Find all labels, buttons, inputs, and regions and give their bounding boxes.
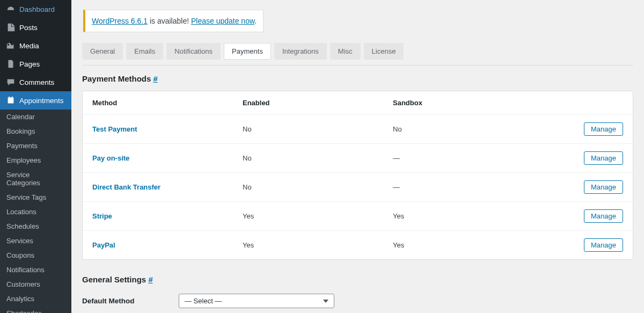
- table-row: PayPalYesYesManage: [83, 230, 633, 259]
- sidebar-item-label: Pages: [19, 60, 40, 68]
- wp-version-link[interactable]: WordPress 6.6.1: [92, 17, 148, 25]
- sandbox-value: No: [393, 125, 575, 133]
- tab-general[interactable]: General: [82, 43, 123, 60]
- submenu-item-analytics[interactable]: Analytics: [0, 292, 71, 306]
- sandbox-value: —: [393, 154, 575, 162]
- table-row: Direct Bank TransferNo—Manage: [83, 172, 633, 201]
- divider: [82, 65, 633, 65]
- submenu-item-bookings[interactable]: Bookings: [0, 124, 71, 139]
- table-row: Pay on-siteNo—Manage: [83, 143, 633, 172]
- sidebar-item-comments[interactable]: Comments: [0, 73, 71, 91]
- manage-button[interactable]: Manage: [584, 180, 623, 194]
- col-sandbox: Sandbox: [393, 99, 575, 107]
- default-method-label: Default Method: [82, 294, 179, 305]
- sandbox-value: Yes: [393, 241, 575, 249]
- sidebar-item-appointments[interactable]: Appointments: [0, 91, 71, 110]
- submenu-item-services[interactable]: Services: [0, 234, 71, 248]
- sidebar-item-dashboard[interactable]: Dashboard: [0, 0, 71, 18]
- submenu-item-schedules[interactable]: Schedules: [0, 219, 71, 234]
- payment-methods-heading: Payment Methods #: [82, 74, 633, 83]
- tab-emails[interactable]: Emails: [126, 43, 163, 60]
- sandbox-value: —: [393, 183, 575, 191]
- sidebar-item-media[interactable]: Media: [0, 37, 71, 55]
- submenu-item-employees[interactable]: Employees: [0, 153, 71, 168]
- submenu-item-service-categories[interactable]: Service Categories: [0, 168, 71, 190]
- sidebar-item-label: Posts: [19, 24, 38, 32]
- anchor-link[interactable]: #: [148, 275, 152, 284]
- manage-button[interactable]: Manage: [584, 122, 623, 136]
- method-link[interactable]: Direct Bank Transfer: [92, 183, 160, 191]
- manage-button[interactable]: Manage: [584, 209, 623, 223]
- update-now-link[interactable]: Please update now: [191, 17, 254, 25]
- table-header: MethodEnabledSandbox: [83, 91, 633, 114]
- enabled-value: No: [243, 183, 393, 191]
- submenu-item-customers[interactable]: Customers: [0, 277, 71, 292]
- submenu-item-coupons[interactable]: Coupons: [0, 248, 71, 263]
- enabled-value: Yes: [243, 212, 393, 220]
- table-row: Test PaymentNoNoManage: [83, 114, 633, 143]
- default-method-select[interactable]: — Select —: [179, 294, 334, 308]
- col-enabled: Enabled: [243, 99, 393, 107]
- method-link[interactable]: PayPal: [92, 241, 115, 249]
- enabled-value: Yes: [243, 241, 393, 249]
- posts-icon: [5, 22, 16, 33]
- tab-misc[interactable]: Misc: [330, 43, 361, 60]
- manage-button[interactable]: Manage: [584, 238, 623, 252]
- comments-icon: [5, 77, 16, 88]
- update-notice: WordPress 6.6.1 is available! Please upd…: [83, 10, 264, 32]
- col-method: Method: [92, 99, 243, 107]
- sidebar-item-label: Comments: [19, 78, 54, 86]
- submenu-item-service-tags[interactable]: Service Tags: [0, 190, 71, 205]
- sandbox-value: Yes: [393, 212, 575, 220]
- pages-icon: [5, 59, 16, 69]
- submenu-item-locations[interactable]: Locations: [0, 205, 71, 219]
- table-row: StripeYesYesManage: [83, 201, 633, 230]
- main-content: WordPress 6.6.1 is available! Please upd…: [71, 0, 644, 313]
- method-link[interactable]: Pay on-site: [92, 154, 129, 162]
- submenu-item-shortcodes[interactable]: Shortcodes: [0, 306, 71, 313]
- payment-methods-table: MethodEnabledSandboxTest PaymentNoNoMana…: [82, 91, 633, 260]
- sidebar-item-label: Dashboard: [19, 5, 55, 13]
- manage-button[interactable]: Manage: [584, 151, 623, 165]
- default-method-row: Default Method — Select — Payment method…: [82, 294, 633, 313]
- tab-payments[interactable]: Payments: [224, 43, 271, 60]
- method-link[interactable]: Test Payment: [92, 125, 137, 133]
- submenu-item-calendar[interactable]: Calendar: [0, 110, 71, 124]
- submenu-item-notifications[interactable]: Notifications: [0, 263, 71, 277]
- anchor-link[interactable]: #: [153, 74, 158, 83]
- general-settings-heading: General Settings #: [82, 275, 633, 284]
- sidebar-item-label: Media: [19, 42, 39, 50]
- enabled-value: No: [243, 154, 393, 162]
- appointments-icon: [5, 95, 16, 106]
- submenu-item-payments[interactable]: Payments: [0, 139, 71, 153]
- sidebar-item-posts[interactable]: Posts: [0, 18, 71, 37]
- media-icon: [5, 40, 16, 51]
- dashboard-icon: [5, 4, 16, 14]
- sidebar-item-pages[interactable]: Pages: [0, 55, 71, 73]
- settings-tabs: GeneralEmailsNotificationsPaymentsIntegr…: [82, 43, 633, 60]
- tab-integrations[interactable]: Integrations: [274, 43, 327, 60]
- method-link[interactable]: Stripe: [92, 212, 112, 220]
- tab-notifications[interactable]: Notifications: [166, 43, 221, 60]
- enabled-value: No: [243, 125, 393, 133]
- sidebar-item-label: Appointments: [19, 97, 64, 105]
- tab-license[interactable]: License: [364, 43, 404, 60]
- admin-sidebar: DashboardPostsMediaPagesCommentsAppointm…: [0, 0, 71, 313]
